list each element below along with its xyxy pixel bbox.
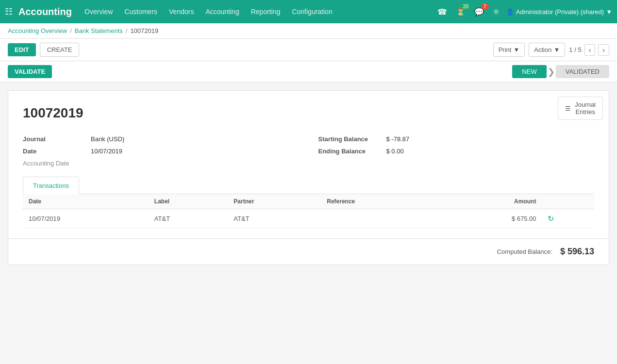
phone-icon[interactable]: ☎ — [435, 5, 449, 18]
starting-balance-value: $ -78.87 — [386, 135, 410, 143]
clock-badge: 20 — [461, 3, 470, 10]
fields-grid: Journal Bank (USD) Date 10/07/2019 Accou… — [23, 135, 594, 167]
next-page-button[interactable]: › — [598, 44, 609, 56]
tabs-bar: Transactions — [23, 177, 594, 194]
breadcrumb-item1[interactable]: Accounting Overview — [8, 27, 67, 34]
create-button[interactable]: CREATE — [40, 43, 80, 57]
validate-button[interactable]: VALIDATE — [8, 65, 52, 78]
action-dropdown-icon: ▼ — [553, 46, 560, 53]
toolbar: EDIT CREATE Print ▼ Action ▼ 1 / 5 ‹ › — [0, 39, 617, 61]
col-actions-header — [542, 194, 594, 209]
row-date: 10/07/2019 — [23, 209, 149, 229]
starting-balance-row: Starting Balance $ -78.87 — [318, 135, 595, 143]
chat-badge: 7 — [481, 3, 489, 10]
breadcrumb-sep1: / — [70, 27, 72, 34]
table-row: 10/07/2019 AT&T AT&T $ 675.00 ↻ — [23, 209, 594, 229]
print-dropdown-icon: ▼ — [513, 46, 519, 53]
table-header-row: Date Label Partner Reference Amount — [23, 194, 594, 209]
edit-button[interactable]: EDIT — [8, 43, 36, 56]
status-step-new: NEW — [512, 65, 546, 78]
prev-page-button[interactable]: ‹ — [584, 44, 596, 56]
page-total: 5 — [578, 46, 581, 53]
transactions-table: Date Label Partner Reference Amount 10/0… — [23, 194, 594, 229]
row-reference — [321, 209, 436, 229]
fields-left: Journal Bank (USD) Date 10/07/2019 Accou… — [23, 135, 299, 167]
ending-balance-row: Ending Balance $ 0.00 — [318, 148, 595, 155]
user-label: Administrator (Private) (shared) — [516, 8, 604, 16]
grid-icon[interactable]: ☷ — [5, 6, 13, 17]
col-partner: Partner — [228, 194, 321, 209]
status-bar: VALIDATE NEW ❯ VALIDATED — [0, 61, 617, 83]
app-brand: Accounting — [18, 6, 72, 17]
record-card: ☰ JournalEntries 10072019 Journal Bank (… — [8, 90, 609, 265]
pagination: 1 / 5 ‹ › — [569, 44, 609, 56]
undo-icon[interactable]: ↻ — [548, 215, 554, 223]
user-menu[interactable]: 👤 Administrator (Private) (shared) ▼ — [506, 8, 612, 16]
navbar-right: ☎ ⏳ 20 💬 7 ⚛ 👤 Administrator (Private) (… — [435, 5, 612, 18]
activity-icon[interactable]: ⚛ — [491, 5, 501, 18]
nav-accounting[interactable]: Accounting — [204, 6, 240, 17]
clock-badge-icon[interactable]: ⏳ 20 — [454, 5, 467, 18]
record-title: 10072019 — [23, 105, 594, 121]
breadcrumb-current: 10072019 — [130, 27, 158, 34]
accounting-date-label: Accounting Date — [23, 160, 69, 167]
print-label: Print — [499, 46, 512, 53]
journal-entries-list-icon: ☰ — [565, 105, 571, 112]
user-avatar-icon: 👤 — [506, 8, 514, 16]
starting-balance-label: Starting Balance — [318, 135, 382, 143]
status-arrow-icon: ❯ — [548, 66, 555, 77]
journal-entries-label: JournalEntries — [575, 101, 596, 116]
status-flow: NEW ❯ VALIDATED — [511, 65, 609, 78]
nav-vendors[interactable]: Vendors — [168, 6, 195, 17]
journal-value: Bank (USD) — [91, 135, 124, 143]
user-dropdown-icon: ▼ — [606, 8, 612, 16]
col-label: Label — [149, 194, 228, 209]
computed-balance-label: Computed Balance: — [497, 248, 552, 255]
breadcrumb-item2[interactable]: Bank Statements — [75, 27, 123, 34]
action-label: Action — [534, 46, 551, 53]
nav-configuration[interactable]: Configuration — [291, 6, 333, 17]
col-date: Date — [23, 194, 149, 209]
date-field-row: Date 10/07/2019 — [23, 148, 299, 155]
breadcrumb-sep2: / — [126, 27, 128, 34]
accounting-date-row: Accounting Date — [23, 160, 299, 167]
page-current: 1 — [569, 46, 572, 53]
print-button[interactable]: Print ▼ — [493, 43, 525, 57]
action-button[interactable]: Action ▼ — [529, 43, 565, 57]
fields-right: Starting Balance $ -78.87 Ending Balance… — [318, 135, 595, 167]
record-body: 10072019 Journal Bank (USD) Date 10/07/2… — [8, 91, 609, 238]
nav-overview[interactable]: Overview — [83, 6, 114, 17]
row-partner: AT&T — [228, 209, 321, 229]
breadcrumb: Accounting Overview / Bank Statements / … — [0, 23, 617, 39]
date-value: 10/07/2019 — [91, 148, 122, 155]
tab-transactions[interactable]: Transactions — [23, 177, 79, 194]
chat-badge-icon[interactable]: 💬 7 — [472, 5, 486, 18]
ending-balance-label: Ending Balance — [318, 148, 382, 155]
journal-entries-button[interactable]: ☰ JournalEntries — [558, 97, 603, 120]
navbar: ☷ Accounting Overview Customers Vendors … — [0, 0, 617, 23]
table-wrapper: Date Label Partner Reference Amount 10/0… — [23, 194, 594, 229]
page-info: 1 / 5 — [569, 46, 581, 53]
nav-reporting[interactable]: Reporting — [250, 6, 282, 17]
journal-label: Journal — [23, 135, 86, 143]
computed-balance-row: Computed Balance: $ 596.13 — [8, 238, 609, 265]
nav-customers[interactable]: Customers — [123, 6, 158, 17]
row-label: AT&T — [149, 209, 228, 229]
journal-field-row: Journal Bank (USD) — [23, 135, 299, 143]
status-step-validated: VALIDATED — [556, 65, 609, 78]
nav-menu: Overview Customers Vendors Accounting Re… — [83, 6, 435, 17]
date-label: Date — [23, 148, 86, 155]
main-content: ☰ JournalEntries 10072019 Journal Bank (… — [0, 83, 617, 273]
row-amount: $ 675.00 — [437, 209, 542, 229]
ending-balance-value: $ 0.00 — [386, 148, 404, 155]
computed-balance-value: $ 596.13 — [560, 247, 594, 257]
col-amount: Amount — [437, 194, 542, 209]
row-undo-cell: ↻ — [542, 209, 594, 229]
col-reference: Reference — [321, 194, 436, 209]
